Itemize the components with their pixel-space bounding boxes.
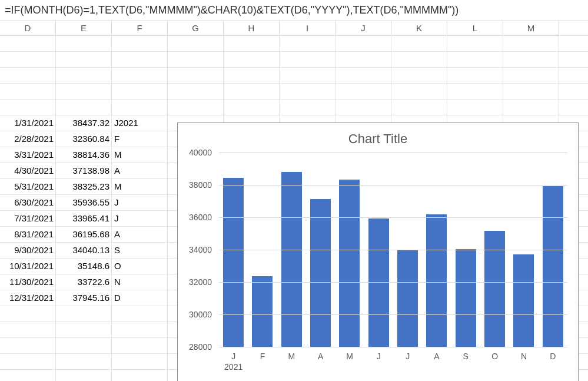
chart-bar[interactable] <box>397 250 418 347</box>
cell-date[interactable]: 6/30/2021 <box>0 194 56 210</box>
col-header-k[interactable]: K <box>391 21 447 35</box>
chart-y-axis: 28000300003200034000360003800040000 <box>178 153 217 347</box>
cell-value[interactable]: 34040.13 <box>56 242 112 258</box>
cell-label[interactable]: F <box>112 131 168 147</box>
cell-label[interactable]: A <box>112 163 168 178</box>
cell-value[interactable]: 38814.36 <box>56 147 112 163</box>
chart-bar[interactable] <box>252 276 273 347</box>
cell-date[interactable]: 1/31/2021 <box>0 115 56 131</box>
x-tick-label: S <box>456 348 476 381</box>
cell-date[interactable]: 4/30/2021 <box>0 163 56 178</box>
cell-date[interactable]: 3/31/2021 <box>0 147 56 163</box>
formula-bar-text: =IF(MONTH(D6)=1,TEXT(D6,"MMMMM")&CHAR(10… <box>5 4 459 16</box>
chart-bar[interactable] <box>484 231 505 347</box>
table-row: 9/30/2021 34040.13 S <box>0 242 168 258</box>
chart-x-axis: J 2021FMAMJJASOND <box>219 348 567 381</box>
col-header-m[interactable]: M <box>503 21 559 35</box>
x-tick-label: F <box>252 348 273 381</box>
cell-value[interactable]: 38325.23 <box>56 178 112 194</box>
cell-label[interactable]: J <box>112 210 168 226</box>
x-tick-label: D <box>543 348 563 381</box>
cell-label[interactable]: D <box>112 290 168 306</box>
embedded-chart[interactable]: Chart Title 2800030000320003400036000380… <box>177 122 579 381</box>
cell-label[interactable]: N <box>112 274 168 290</box>
worksheet[interactable]: D E F G H I J K L M 1/31/2021 38437.32 J… <box>0 21 588 381</box>
cell-label[interactable]: J <box>112 194 168 210</box>
cell-date[interactable]: 7/31/2021 <box>0 210 56 226</box>
cell-date[interactable]: 10/31/2021 <box>0 258 56 274</box>
y-tick-label: 30000 <box>189 310 212 319</box>
chart-bar[interactable] <box>426 214 447 347</box>
col-header-e[interactable]: E <box>56 21 112 35</box>
x-tick-label: N <box>513 348 534 381</box>
cell-date[interactable]: 11/30/2021 <box>0 274 56 290</box>
x-tick-label: J <box>397 348 418 381</box>
cell-value[interactable]: 36195.68 <box>56 226 112 242</box>
y-tick-label: 36000 <box>189 213 212 222</box>
chart-bar[interactable] <box>543 186 563 347</box>
chart-gridline <box>219 185 567 185</box>
chart-gridline <box>219 282 567 283</box>
chart-bar[interactable] <box>223 178 244 347</box>
cell-label[interactable]: M <box>112 178 168 194</box>
cell-value[interactable]: 33722.6 <box>56 274 112 290</box>
table-row: 3/31/2021 38814.36 M <box>0 147 168 163</box>
col-header-g[interactable]: G <box>168 21 224 35</box>
table-row: 7/31/2021 33965.41 J <box>0 210 168 226</box>
cell-date[interactable]: 8/31/2021 <box>0 226 56 242</box>
x-tick-label: J <box>368 348 389 381</box>
chart-bar[interactable] <box>310 199 331 347</box>
table-row: 8/31/2021 36195.68 A <box>0 226 168 242</box>
y-tick-label: 28000 <box>189 342 212 352</box>
cell-value[interactable]: 37945.16 <box>56 290 112 306</box>
table-row: 5/31/2021 38325.23 M <box>0 178 168 194</box>
table-row: 12/31/2021 37945.16 D <box>0 290 168 306</box>
x-tick-label: M <box>281 348 302 381</box>
x-tick-label: O <box>484 348 505 381</box>
x-tick-label: J 2021 <box>223 348 244 381</box>
cell-date[interactable]: 12/31/2021 <box>0 290 56 306</box>
cell-value[interactable]: 38437.32 <box>56 115 112 131</box>
chart-plot-area <box>219 153 567 347</box>
table-row: 2/28/2021 32360.84 F <box>0 131 168 147</box>
cell-label[interactable]: S <box>112 242 168 258</box>
cell-value[interactable]: 37138.98 <box>56 163 112 178</box>
col-header-f[interactable]: F <box>112 21 168 35</box>
table-row: 11/30/2021 33722.6 N <box>0 274 168 290</box>
cell-label[interactable]: J2021 <box>112 115 168 131</box>
cell-date[interactable]: 9/30/2021 <box>0 242 56 258</box>
cell-value[interactable]: 32360.84 <box>56 131 112 147</box>
chart-bar[interactable] <box>281 172 302 347</box>
cell-date[interactable]: 5/31/2021 <box>0 178 56 194</box>
col-header-j[interactable]: J <box>335 21 391 35</box>
col-header-d[interactable]: D <box>0 21 56 35</box>
cell-label[interactable]: A <box>112 226 168 242</box>
col-header-h[interactable]: H <box>224 21 280 35</box>
cell-value[interactable]: 33965.41 <box>56 210 112 226</box>
cell-label[interactable]: O <box>112 258 168 274</box>
col-header-i[interactable]: I <box>280 21 335 35</box>
y-tick-label: 34000 <box>189 245 212 254</box>
cell-value[interactable]: 35148.6 <box>56 258 112 274</box>
formula-bar[interactable]: =IF(MONTH(D6)=1,TEXT(D6,"MMMMM")&CHAR(10… <box>0 0 588 21</box>
chart-gridline <box>219 347 567 347</box>
table-row: 4/30/2021 37138.98 A <box>0 163 168 178</box>
x-tick-label: A <box>426 348 447 381</box>
cell-date[interactable]: 2/28/2021 <box>0 131 56 147</box>
chart-title[interactable]: Chart Title <box>178 123 578 149</box>
cell-grid[interactable]: 1/31/2021 38437.32 J2021 2/28/2021 32360… <box>0 35 588 381</box>
chart-bar[interactable] <box>513 254 534 347</box>
data-table: 1/31/2021 38437.32 J2021 2/28/2021 32360… <box>0 115 168 306</box>
x-tick-label: M <box>339 348 360 381</box>
table-row: 1/31/2021 38437.32 J2021 <box>0 115 168 131</box>
cell-label[interactable]: M <box>112 147 168 163</box>
column-headers: D E F G H I J K L M <box>0 21 588 35</box>
chart-gridline <box>219 153 567 153</box>
chart-gridline <box>219 250 567 250</box>
chart-bar[interactable] <box>339 180 360 347</box>
chart-gridline <box>219 217 567 218</box>
cell-value[interactable]: 35936.55 <box>56 194 112 210</box>
y-tick-label: 38000 <box>189 180 212 190</box>
col-header-l[interactable]: L <box>447 21 503 35</box>
chart-bar[interactable] <box>456 249 476 347</box>
